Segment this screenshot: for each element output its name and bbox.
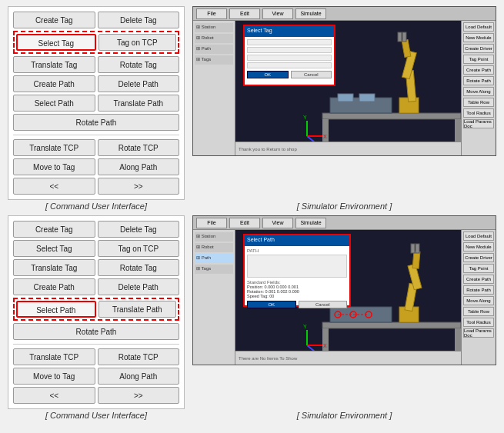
sim2-cancel-btn[interactable]: Cancel: [299, 301, 348, 308]
command-panel-1: Create Tag Delete Tag Select Tag Tag on …: [8, 6, 185, 200]
rotate-path-btn-1[interactable]: Rotate Path: [13, 114, 179, 131]
sim-right-btn-9[interactable]: Tool Radius: [463, 108, 494, 118]
sim-dialog-2: Select Path PATH Standard Fields: Positi…: [243, 234, 351, 307]
delete-path-btn-1[interactable]: Delete Path: [98, 75, 180, 92]
rotate-tcp-btn-2[interactable]: Rotate TCP: [98, 348, 180, 365]
sim-right-btn-6[interactable]: Rotate Path: [463, 76, 494, 85]
sim2-right-btn-3[interactable]: Create Driver: [463, 253, 494, 262]
next-btn-1[interactable]: >>: [98, 178, 180, 195]
translate-tcp-btn-1[interactable]: Translate TCP: [13, 139, 95, 156]
svg-text:X: X: [323, 343, 327, 348]
select-path-btn-2[interactable]: Select Path: [16, 301, 96, 318]
sim-right-btn-7[interactable]: Move Along: [463, 87, 494, 96]
sim2-menu-view[interactable]: View: [262, 218, 293, 228]
sim2-menu-file[interactable]: File: [196, 218, 227, 228]
along-path-btn-2[interactable]: Along Path: [98, 368, 180, 385]
sim2-right-btn-1[interactable]: Load Default: [463, 231, 494, 241]
select-tag-btn-2[interactable]: Select Tag: [13, 240, 95, 257]
along-path-btn-1[interactable]: Along Path: [98, 158, 180, 175]
sim-center-1: Select Tag OK Cancel: [235, 21, 461, 155]
sim2-ok-btn[interactable]: OK: [247, 301, 296, 308]
rotate-tag-btn-2[interactable]: Rotate Tag: [98, 259, 180, 276]
sim2-right-btn-8[interactable]: Table Row: [463, 307, 494, 316]
svg-rect-24: [411, 244, 415, 253]
sim-dialog-row-2: [247, 47, 332, 53]
select-path-btn-1[interactable]: Select Path: [13, 95, 95, 112]
sim-right-btn-10[interactable]: Load Params Doc: [463, 119, 494, 128]
sim2-right-btn-5[interactable]: Create Path: [463, 275, 494, 284]
svg-rect-11: [359, 94, 375, 102]
prev-btn-2[interactable]: <<: [13, 387, 95, 404]
divider-1: [13, 135, 179, 135]
sim-right-btn-1[interactable]: Load Default: [463, 22, 494, 32]
move-to-tag-btn-1[interactable]: Move to Tag: [13, 158, 95, 175]
tag-on-tcp-btn-2[interactable]: Tag on TCP: [98, 240, 180, 257]
sim-menu-edit[interactable]: Edit: [229, 8, 260, 19]
svg-rect-17: [322, 322, 461, 328]
caption-sim-2: [ Simulator Environment ]: [297, 411, 392, 420]
divider-2: [13, 344, 179, 345]
svg-text:X: X: [323, 134, 327, 139]
prev-btn-1[interactable]: <<: [13, 178, 95, 195]
command-panel-2: Create Tag Delete Tag Select Tag Tag on …: [8, 215, 185, 409]
create-path-btn-1[interactable]: Create Path: [13, 75, 95, 92]
svg-rect-7: [398, 32, 402, 42]
sim2-right-btn-9[interactable]: Tool Radius: [463, 318, 494, 327]
simulator-panel-1: File Edit View Simulate ⊞ Station ⊞ Robo…: [192, 6, 496, 156]
sim-center-2: Select Path PATH Standard Fields: Positi…: [235, 230, 461, 365]
sim-right-btns-1: Load Default New Module Create Driver Ta…: [461, 21, 496, 155]
translate-path-btn-2[interactable]: Translate Path: [98, 301, 177, 318]
sim-bottom-2: There are No Items To Show: [235, 351, 461, 365]
select-tag-btn-1[interactable]: Select Tag: [16, 34, 96, 51]
next-btn-2[interactable]: >>: [98, 387, 180, 404]
caption-sim-1: [ Simulator Environment ]: [297, 202, 392, 211]
sim-right-btn-5[interactable]: Create Path: [463, 65, 494, 75]
sim-tree-item-4: ⊞ Tags: [195, 55, 233, 65]
move-to-tag-btn-2[interactable]: Move to Tag: [13, 368, 95, 385]
sim-right-btn-2[interactable]: New Module: [463, 33, 494, 42]
create-tag-btn-1[interactable]: Create Tag: [13, 12, 95, 28]
translate-tcp-btn-2[interactable]: Translate TCP: [13, 348, 95, 365]
translate-path-btn-1[interactable]: Translate Path: [98, 95, 180, 112]
sim2-right-btn-2[interactable]: New Module: [463, 242, 494, 251]
sim-right-btns-2: Load Default New Module Create Driver Ta…: [461, 230, 496, 365]
sim2-dialog-row-1: [247, 255, 347, 278]
sim2-right-btn-6[interactable]: Rotate Path: [463, 285, 494, 295]
sim-status-2: There are No Items To Show: [239, 356, 297, 361]
delete-tag-btn-2[interactable]: Delete Tag: [98, 221, 180, 238]
sim-right-btn-4[interactable]: Tag Point: [463, 55, 494, 64]
create-path-btn-2[interactable]: Create Path: [13, 278, 95, 295]
sim2-menu-edit[interactable]: Edit: [229, 218, 260, 228]
sim2-right-btn-7[interactable]: Move Along: [463, 296, 494, 305]
sim2-right-btn-4[interactable]: Tag Point: [463, 264, 494, 273]
sim-tree-item-2: ⊞ Robot: [195, 34, 233, 43]
svg-rect-0: [322, 113, 461, 119]
rotate-path-btn-2[interactable]: Rotate Path: [13, 323, 179, 340]
sim-ok-btn-1[interactable]: OK: [247, 71, 289, 78]
delete-tag-btn-1[interactable]: Delete Tag: [98, 12, 180, 28]
sim-menu-view[interactable]: View: [262, 8, 293, 19]
sim-right-btn-3[interactable]: Create Driver: [463, 44, 494, 53]
tag-on-tcp-btn-1[interactable]: Tag on TCP: [98, 34, 177, 51]
svg-text:Y: Y: [303, 324, 307, 329]
sim-menu-sim[interactable]: Simulate: [295, 8, 326, 19]
sim-left-panel-1: ⊞ Station ⊞ Robot ⊞ Path ⊞ Tags: [193, 21, 235, 155]
rotate-tcp-btn-1[interactable]: Rotate TCP: [98, 139, 180, 156]
delete-path-btn-2[interactable]: Delete Path: [98, 278, 180, 295]
sim2-right-btn-10[interactable]: Load Params Doc: [463, 328, 494, 338]
sim-dialog-body-2: PATH Standard Fields: Position: 0.000 0.…: [245, 246, 349, 311]
svg-rect-8: [402, 32, 406, 42]
sim-toolbar-1: File Edit View Simulate: [193, 7, 496, 21]
rotate-tag-btn-1[interactable]: Rotate Tag: [98, 56, 180, 73]
sim-cancel-btn-1[interactable]: Cancel: [291, 71, 332, 78]
svg-rect-23: [412, 251, 420, 269]
create-tag-btn-2[interactable]: Create Tag: [13, 221, 95, 238]
translate-tag-btn-2[interactable]: Translate Tag: [13, 259, 95, 276]
sim2-menu-sim[interactable]: Simulate: [295, 218, 326, 228]
sim-right-btn-8[interactable]: Table Row: [463, 98, 494, 107]
sim-menu-file[interactable]: File: [196, 8, 227, 19]
translate-tag-btn-1[interactable]: Translate Tag: [13, 56, 95, 73]
simulator-panel-2: File Edit View Simulate ⊞ Station ⊞ Robo…: [192, 215, 496, 365]
sim-dialog-title-1: Select Tag: [245, 26, 334, 37]
sim-dialog-body-1: OK Cancel: [245, 37, 334, 81]
